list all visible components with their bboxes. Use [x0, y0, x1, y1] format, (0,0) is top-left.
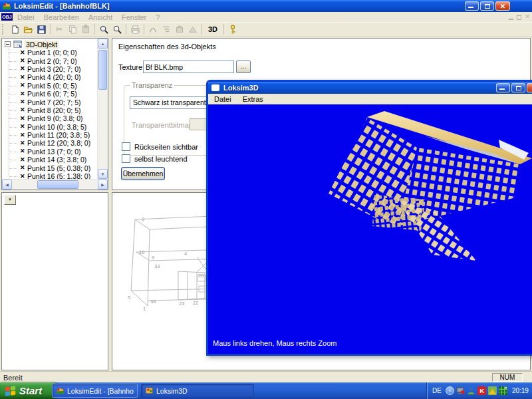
chart-tray-icon[interactable] [488, 386, 497, 395]
task-button-label: Loksim3D [156, 387, 188, 395]
left-detail-panel: ▼ [1, 192, 108, 370]
browse-button[interactable]: ... [236, 61, 251, 73]
scroll-up-button[interactable]: ▲ [98, 39, 108, 49]
mdi-restore-icon[interactable] [517, 15, 521, 20]
document-type-icon: OBJ [1, 13, 13, 21]
wireframe-point-label: 23 [179, 301, 184, 307]
wireframe-point-label: 10 [139, 249, 144, 255]
window-title: LoksimEdit - [BahnhofBLK] [14, 2, 110, 10]
tree-vertical-scrollbar[interactable]: ▲ ▼ [97, 39, 108, 179]
texture-input[interactable] [143, 61, 234, 73]
save-button[interactable] [35, 23, 48, 35]
loksim3d-close-button[interactable]: ✕ [527, 83, 532, 92]
collapse-icon[interactable] [5, 41, 11, 47]
tree-item[interactable]: ✕Punkt 8 (20; 0; 5) [2, 106, 97, 114]
backfaces-label: Rückseiten sichtbar [134, 143, 198, 151]
scroll-down-button[interactable]: ▼ [98, 169, 108, 179]
tree-horizontal-scrollbar[interactable]: ◀ ▶ [2, 179, 108, 190]
status-text: Bereit [3, 374, 23, 382]
close-button[interactable]: ✕ [495, 1, 510, 11]
surface-tool-button [186, 23, 200, 35]
tree-item[interactable]: ✕Punkt 12 (20; 3.8; 0) [2, 139, 97, 147]
mdi-minimize-icon[interactable] [509, 19, 513, 20]
wireframe-point-label: 1 [143, 306, 146, 312]
render-viewport[interactable]: Maus links drehen, Maus rechts Zoom [208, 104, 532, 354]
loksim3d-maximize-button[interactable] [511, 83, 525, 92]
menu-item[interactable]: Ansicht [84, 13, 117, 21]
tree-item[interactable]: ✕Punkt 5 (0; 0; 5) [2, 82, 97, 90]
menu-item[interactable]: Datei [13, 13, 39, 21]
desktop: LoksimEdit - [BahnhofBLK] ✕ OBJ DateiBea… [0, 0, 532, 399]
new-file-button[interactable] [8, 23, 21, 35]
restore-button[interactable] [480, 1, 494, 11]
antivirus-k-tray-icon[interactable]: K [477, 386, 486, 395]
help-key-icon[interactable] [226, 23, 239, 35]
tree-item[interactable]: ✕Punkt 2 (0; 7; 0) [2, 57, 97, 65]
copy-button [66, 23, 79, 35]
tree-item-label: Punkt 15 (5; 0.38; 0) [27, 164, 90, 172]
wireframe-point-label: 20 [198, 273, 203, 279]
taskbar-button-loksim3d[interactable]: Loksim3D [141, 384, 254, 398]
tree-item[interactable]: ✕Punkt 15 (5; 0.38; 0) [2, 164, 97, 172]
view-3d-button[interactable]: 3D [204, 23, 221, 35]
tree-item[interactable]: ✕Punkt 7 (20; 7; 5) [2, 98, 97, 106]
tree-item-label: Punkt 3 (20; 7; 0) [27, 65, 81, 73]
tree-item[interactable]: ✕Punkt 3 (20; 7; 0) [2, 65, 97, 73]
transparency-group-label: Transparenz [130, 81, 174, 89]
user-tray-icon[interactable] [467, 386, 475, 395]
clock[interactable]: 20:19 [512, 387, 529, 394]
wireframe-point-label: 22 [193, 300, 198, 306]
tree-item[interactable]: ✕Punkt 9 (0; 3.8; 0) [2, 114, 97, 122]
dropdown-button[interactable]: ▼ [4, 195, 16, 205]
horizontal-scroll-thumb[interactable] [37, 180, 78, 189]
zoom-out-button[interactable] [110, 23, 124, 35]
point-icon: ✕ [20, 157, 27, 163]
tree-item[interactable]: ✕Punkt 10 (0; 3.8; 5) [2, 123, 97, 131]
apply-button[interactable]: Übernehmen [121, 167, 165, 180]
tree-root-label: 3D-Objekt [25, 41, 59, 49]
open-file-button[interactable] [21, 23, 35, 35]
selfglow-checkbox-row[interactable]: selbst leuchtend [122, 154, 188, 163]
minimize-button[interactable] [465, 1, 479, 11]
taskbar-button-loksimedit[interactable]: LoksimEdit - [Bahnhof... [52, 384, 138, 398]
tree-item-label: Punkt 7 (20; 7; 5) [27, 98, 81, 106]
selfglow-label: selbst leuchtend [134, 155, 188, 163]
toolbar-separator [94, 24, 95, 35]
vertical-scroll-thumb[interactable] [98, 50, 107, 90]
network-tray-icon[interactable] [499, 386, 507, 395]
tree-item[interactable]: ✕Punkt 6 (0; 7; 5) [2, 90, 97, 98]
tree-item[interactable]: ✕Punkt 14 (3; 3.8; 0) [2, 156, 97, 164]
menu-item[interactable]: Fenster [117, 13, 151, 21]
start-button[interactable]: Start [0, 382, 60, 399]
point-icon: ✕ [20, 74, 27, 80]
monitor-tray-icon[interactable] [456, 386, 465, 395]
language-indicator[interactable]: DE [432, 387, 442, 394]
tree-item[interactable]: ✕Punkt 4 (20; 0; 0) [2, 73, 97, 81]
tree-item-label: Punkt 11 (20; 3.8; 5) [27, 131, 90, 139]
tree-item-label: Punkt 1 (0; 0; 0) [27, 49, 77, 57]
zoom-in-button[interactable] [97, 23, 110, 35]
menu-item[interactable]: ? [151, 13, 164, 21]
wireframe-point-label: 38 [150, 299, 156, 305]
loksim3d-menu-item[interactable]: Extras [243, 95, 263, 103]
scroll-right-button[interactable]: ▶ [98, 180, 108, 190]
tree-item[interactable]: ✕Punkt 16 (5; 1.38; 0) [2, 172, 97, 179]
tree-item[interactable]: ✕Punkt 1 (0; 0; 0) [2, 49, 97, 57]
tree-item[interactable]: ✕Punkt 11 (20; 3.8; 5) [2, 131, 97, 139]
mdi-close-icon[interactable]: ✕ [525, 13, 530, 21]
loksim3d-menu-item[interactable]: Datei [214, 95, 231, 103]
backfaces-checkbox-row[interactable]: Rückseiten sichtbar [122, 142, 198, 151]
toolbar-separator [126, 24, 126, 35]
tree-item[interactable]: ✕Punkt 13 (7; 0; 0) [2, 148, 97, 156]
loksim3d-minimize-button[interactable] [496, 83, 510, 92]
scroll-left-button[interactable]: ◀ [2, 180, 12, 190]
hide-icons-chevron[interactable]: ‹ [446, 386, 454, 395]
backfaces-checkbox[interactable] [122, 142, 130, 151]
wireframe-point-label: 5 [128, 295, 130, 301]
point-icon: ✕ [20, 50, 27, 56]
tree-root-item[interactable]: 3D-Objekt [2, 40, 97, 49]
selfglow-checkbox[interactable] [122, 154, 130, 163]
toolbar-separator [223, 24, 224, 35]
menu-item[interactable]: Bearbeiten [39, 13, 84, 21]
toolbar-grip[interactable] [2, 24, 5, 35]
